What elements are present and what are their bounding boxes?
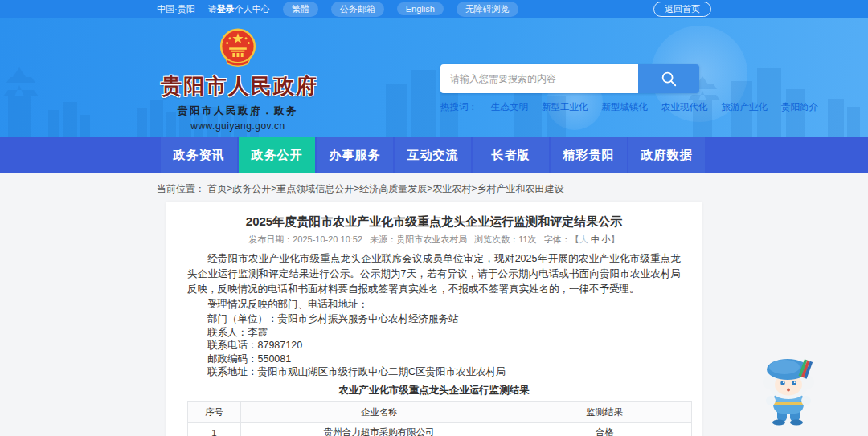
col-header-company: 企业名称	[240, 401, 518, 422]
article-meta: 发布日期：2025-10-20 10:52 来源：贵阳市农业农村局 浏览次数：1…	[187, 234, 681, 246]
traditional-chinese-link[interactable]: 繁體	[283, 2, 318, 17]
font-size-medium-button[interactable]: 中	[591, 234, 600, 244]
hot-word-link[interactable]: 贵阳简介	[781, 101, 818, 113]
table-row: 1 贵州合力超市采购有限公司 合格	[188, 422, 692, 436]
table-header-row: 序号 企业名称 监测结果	[188, 401, 692, 422]
company-name: 贵州合力超市采购有限公司	[240, 422, 518, 436]
article-card: 2025年度贵阳市农业产业化市级重点龙头企业运行监测和评定结果公示 发布日期：2…	[166, 202, 702, 436]
article-title: 2025年度贵阳市农业产业化市级重点龙头企业运行监测和评定结果公示	[187, 211, 681, 229]
search-button[interactable]	[638, 64, 699, 93]
nav-tab-zhengfu-shuju[interactable]: 政府数据	[628, 137, 705, 173]
monitoring-table-title: 农业产业化市级重点龙头企业运行监测结果	[187, 384, 681, 397]
contact-postcode: 邮政编码：550081	[187, 352, 681, 366]
hot-word-link[interactable]: 旅游产业化	[722, 101, 768, 113]
contact-person: 联系人：李霞	[187, 326, 681, 340]
breadcrumb-path[interactable]: 首页>政务公开>重点领域信息公开>经济高质量发展>农业农村>乡村产业和农田建设	[207, 183, 563, 194]
hot-word-link[interactable]: 生态文明	[491, 101, 528, 113]
search-icon	[660, 70, 678, 88]
monitor-result: 合格	[518, 422, 691, 436]
main-navigation: 政务资讯 政务公开 办事服务 互动交流 长者版 精彩贵阳 政府数据	[0, 137, 868, 173]
article-source: 来源：贵阳市农业农村局	[370, 234, 467, 244]
view-count: 浏览次数：11次	[474, 234, 536, 244]
breadcrumb-label: 当前位置：	[157, 183, 205, 194]
hot-search-row: 热搜词： 生态文明 新型工业化 新型城镇化 农业现代化 旅游产业化 贵阳简介	[440, 101, 699, 113]
contact-address: 联系地址：贵阳市观山湖区市级行政中心二期C区贵阳市农业农村局	[187, 365, 681, 379]
search-input[interactable]	[440, 64, 638, 93]
font-size-small-button[interactable]: 小	[602, 234, 611, 244]
site-url: www.guiyang.gov.cn	[161, 120, 315, 132]
hot-search-label: 热搜词：	[440, 101, 477, 113]
row-index: 1	[188, 422, 241, 436]
mascot-icon	[763, 359, 814, 426]
accessibility-link[interactable]: 无障碍浏览	[457, 2, 518, 17]
hot-word-link[interactable]: 农业现代化	[661, 101, 708, 113]
font-size-large-button[interactable]: 大	[579, 234, 588, 244]
article-paragraph: 经贵阳市农业产业化市级重点龙头企业联席会议成员单位审定，现对2025年开展的农业…	[187, 251, 681, 297]
national-emblem-icon	[218, 27, 258, 71]
return-home-button[interactable]: 返回首页	[653, 2, 711, 17]
top-utility-bar: 中国·贵阳 请登录个人中心 繁體 公务邮箱 English 无障碍浏览 返回首页	[0, 0, 868, 18]
hot-word-link[interactable]: 新型城镇化	[602, 101, 649, 113]
contact-phone: 联系电话：87987120	[187, 339, 681, 352]
region-link[interactable]: 中国·贵阳	[157, 3, 195, 15]
contact-department: 部门（单位）：贵阳市乡村振兴服务中心农村经济服务站	[187, 312, 681, 326]
nav-tab-hudong-jiaoliu[interactable]: 互动交流	[395, 137, 471, 173]
nav-tab-jingcai-guiyang[interactable]: 精彩贵阳	[551, 137, 627, 173]
site-subtitle: 贵阳市人民政府．政务	[161, 104, 315, 118]
site-banner: 贵阳市人民政府 贵阳市人民政府．政务 www.guiyang.gov.cn 热搜…	[0, 18, 868, 137]
col-header-result: 监测结果	[518, 401, 691, 422]
nav-tab-zhangzheban[interactable]: 长者版	[473, 137, 549, 173]
breadcrumb: 当前位置： 首页>政务公开>重点领域信息公开>经济高质量发展>农业农村>乡村产业…	[157, 182, 711, 196]
nav-tab-banshi-fuwu[interactable]: 办事服务	[317, 137, 393, 173]
login-link[interactable]: 请登录个人中心	[208, 3, 270, 15]
nav-tab-zhengwu-zixun[interactable]: 政务资讯	[161, 137, 237, 173]
monitoring-results-table: 序号 企业名称 监测结果 1 贵州合力超市采购有限公司 合格 2 贵州友禾种业有…	[187, 401, 692, 436]
font-size-label: 字体：	[544, 234, 571, 244]
site-logo[interactable]: 贵阳市人民政府 贵阳市人民政府．政务 www.guiyang.gov.cn	[161, 27, 315, 132]
col-header-index: 序号	[188, 401, 241, 422]
english-link[interactable]: English	[397, 2, 444, 15]
site-title: 贵阳市人民政府	[161, 72, 315, 100]
publish-date: 发布日期：2025-10-20 10:52	[248, 234, 362, 244]
official-mail-link[interactable]: 公务邮箱	[331, 2, 384, 17]
mascot-assistant-button[interactable]	[760, 356, 817, 426]
nav-tab-zhengwu-gongkai[interactable]: 政务公开	[239, 137, 315, 173]
article-paragraph: 受理情况反映的部门、电话和地址：	[187, 297, 681, 312]
hot-word-link[interactable]: 新型工业化	[542, 101, 588, 113]
